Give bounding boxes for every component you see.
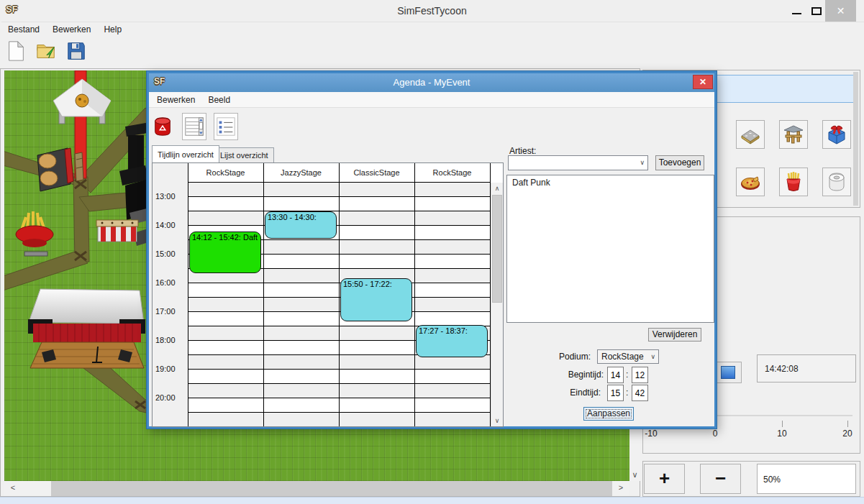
schedule-event[interactable]: 14:12 - 15:42: Daft Punk bbox=[189, 232, 261, 273]
zoom-in-button[interactable]: + bbox=[644, 464, 685, 494]
tab-lijst-overzicht[interactable]: Lijst overzicht bbox=[214, 147, 274, 162]
list-view-button[interactable] bbox=[214, 113, 238, 140]
podium-label: Podium: bbox=[533, 352, 591, 362]
column-divider bbox=[414, 163, 415, 426]
time-label: 15:00 bbox=[155, 249, 186, 258]
road-icon bbox=[739, 123, 762, 146]
road-button[interactable] bbox=[736, 120, 765, 149]
end-minute-input[interactable] bbox=[632, 385, 648, 401]
items-scrollbar[interactable] bbox=[853, 72, 858, 206]
podium-combobox-value: RockStage bbox=[601, 350, 644, 364]
window-titlebar: SF SimFestTycoon ✕ bbox=[0, 0, 864, 22]
fries-button[interactable] bbox=[779, 168, 808, 196]
window-menubar: BestandBewerkenHelp bbox=[1, 22, 864, 36]
list-view-icon bbox=[215, 116, 237, 137]
zoom-level-field[interactable]: 50% bbox=[757, 464, 856, 494]
toilet-paper-icon bbox=[825, 170, 848, 193]
delete-event-button[interactable] bbox=[150, 113, 175, 140]
maximize-icon bbox=[811, 7, 822, 15]
time-separator: : bbox=[626, 388, 628, 398]
close-icon: ✕ bbox=[837, 5, 845, 17]
artist-label: Artiest: bbox=[509, 146, 536, 156]
dialog-title: Agenda - MyEvent bbox=[149, 73, 714, 92]
schedule-event[interactable]: 13:30 - 14:30: bbox=[265, 211, 337, 239]
end-hour-input[interactable] bbox=[607, 385, 624, 401]
gift-icon bbox=[825, 123, 848, 146]
open-file-icon bbox=[35, 40, 57, 62]
new-file-icon bbox=[5, 40, 27, 62]
artist-list[interactable]: Daft Punk bbox=[506, 175, 714, 323]
fries-icon bbox=[782, 170, 805, 193]
scroll-up-icon[interactable]: ∧ bbox=[491, 183, 503, 193]
scroll-down-icon[interactable]: ∨ bbox=[491, 416, 503, 426]
time-separator: : bbox=[626, 370, 628, 380]
column-header-rockstage: RockStage bbox=[414, 163, 490, 182]
ruler-label: 0 bbox=[704, 429, 726, 439]
stage-structure-icon bbox=[782, 123, 805, 146]
play-button[interactable] bbox=[714, 362, 742, 383]
end-time-label: Eindtijd: bbox=[533, 388, 601, 398]
ruler-tick bbox=[847, 421, 848, 427]
save-file-icon bbox=[65, 40, 87, 62]
artist-list-item[interactable]: Daft Punk bbox=[507, 175, 714, 190]
schedule-event[interactable]: 17:27 - 18:37: bbox=[416, 325, 488, 357]
schedule-grid: RockStageJazzyStageClassicStageRockStage… bbox=[153, 163, 503, 426]
time-label: 17:00 bbox=[155, 307, 186, 316]
schedule-time-gutter bbox=[153, 163, 188, 426]
timeline-panel: RockStageJazzyStageClassicStageRockStage… bbox=[152, 162, 504, 427]
map-fries-stand[interactable] bbox=[16, 211, 53, 256]
delete-event-icon bbox=[152, 116, 173, 137]
menu-help[interactable]: Help bbox=[97, 22, 128, 37]
save-file-button[interactable] bbox=[63, 37, 89, 65]
close-button[interactable]: ✕ bbox=[825, 0, 856, 22]
time-label: 16:00 bbox=[155, 278, 186, 287]
menu-beeld[interactable]: Beeld bbox=[201, 93, 237, 107]
remove-artist-button[interactable]: Verwijderen bbox=[648, 328, 701, 342]
open-file-button[interactable] bbox=[33, 37, 59, 65]
artist-combobox[interactable]: ∨ bbox=[508, 155, 648, 170]
minimize-icon bbox=[792, 13, 801, 14]
scroll-left-icon[interactable]: < bbox=[7, 483, 19, 492]
timeline-view-icon bbox=[183, 116, 205, 137]
new-file-button[interactable] bbox=[3, 37, 29, 65]
zoom-out-button[interactable]: − bbox=[700, 464, 741, 494]
map-stage[interactable] bbox=[28, 289, 145, 368]
menu-bestand[interactable]: Bestand bbox=[1, 22, 46, 37]
ruler-label: 20 bbox=[837, 429, 858, 439]
window-toolbar bbox=[3, 37, 89, 66]
statusbar bbox=[0, 497, 864, 504]
time-label: 20:00 bbox=[155, 393, 186, 402]
scroll-right-icon[interactable]: > bbox=[615, 483, 627, 492]
map-ticket-booth[interactable] bbox=[96, 220, 138, 242]
podium-combobox[interactable]: RockStage ∨ bbox=[597, 349, 659, 364]
gift-button[interactable] bbox=[822, 120, 851, 149]
scrollbar-thumb[interactable] bbox=[51, 481, 612, 496]
ruler-label: 10 bbox=[771, 429, 793, 439]
agenda-dialog: SF Agenda - MyEvent ✕ BewerkenBeeld Tijd… bbox=[147, 71, 717, 429]
schedule-event[interactable]: 15:50 - 17:22: bbox=[340, 278, 412, 321]
map-horizontal-scrollbar[interactable]: < > bbox=[4, 481, 629, 496]
column-header-rockstage: RockStage bbox=[188, 163, 263, 182]
menu-bewerken[interactable]: Bewerken bbox=[46, 22, 97, 37]
scroll-down-icon[interactable]: ∨ bbox=[629, 470, 640, 480]
menu-bewerken[interactable]: Bewerken bbox=[150, 93, 201, 107]
add-artist-button[interactable]: Toevoegen bbox=[655, 155, 704, 170]
time-label: 13:00 bbox=[155, 192, 186, 201]
pizza-icon bbox=[739, 170, 762, 193]
timeline-view-button[interactable] bbox=[182, 113, 206, 140]
begin-minute-input[interactable] bbox=[632, 367, 648, 383]
stage-structure-button[interactable] bbox=[779, 120, 808, 149]
scrollbar-thumb[interactable] bbox=[492, 195, 502, 303]
ruler-label: -10 bbox=[640, 429, 662, 439]
schedule-scrollbar[interactable]: ∧∨ bbox=[491, 183, 503, 426]
column-divider bbox=[188, 163, 188, 426]
pizza-button[interactable] bbox=[736, 168, 765, 196]
ruler-tick bbox=[782, 421, 783, 427]
toilet-paper-button[interactable] bbox=[822, 168, 851, 196]
tab-tijdlijn-overzicht[interactable]: Tijdlijn overzicht bbox=[152, 145, 219, 162]
dialog-close-button[interactable]: ✕ bbox=[693, 75, 713, 89]
chevron-down-icon: ∨ bbox=[640, 156, 645, 170]
begin-hour-input[interactable] bbox=[607, 367, 624, 383]
apply-button[interactable]: Aanpassen bbox=[583, 407, 634, 421]
dialog-titlebar[interactable]: SF Agenda - MyEvent ✕ bbox=[149, 73, 714, 92]
